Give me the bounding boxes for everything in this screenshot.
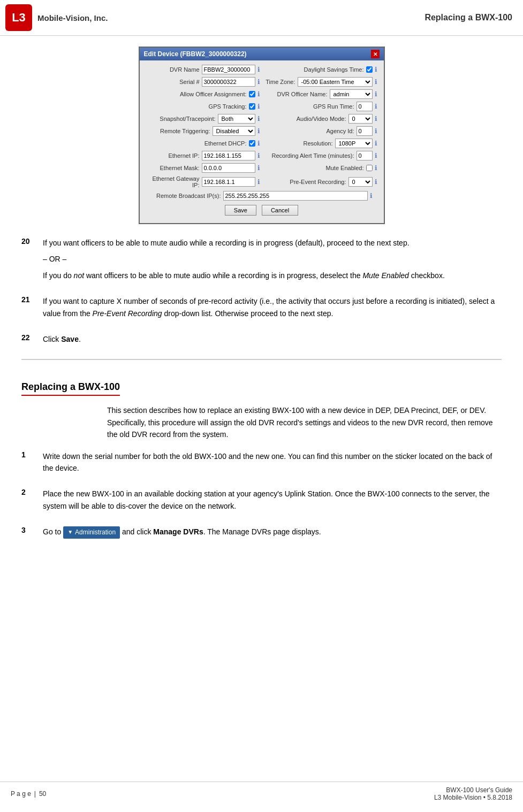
company-name: Mobile-Vision, Inc. — [37, 13, 108, 22]
dialog-title: Edit Device (FBBW2_3000000322) — [144, 50, 247, 58]
recording-alert-info-icon: ℹ — [375, 152, 377, 159]
mute-enabled-italic: Mute Enabled — [362, 271, 408, 280]
resolution-select[interactable]: 1080P — [335, 139, 373, 148]
step-22-content: Click Save. — [43, 333, 502, 345]
version-info: L3 Mobile-Vision • 5.8.2018 — [434, 794, 512, 801]
not-italic: not — [74, 271, 84, 280]
allow-officer-info-icon: ℹ — [257, 90, 260, 98]
remote-triggering-label: Remote Triggering: — [160, 128, 210, 134]
gps-tracking-info-icon: ℹ — [257, 103, 260, 110]
footer-right: BWX-100 User's Guide L3 Mobile-Vision • … — [434, 786, 512, 801]
cancel-button[interactable]: Cancel — [262, 205, 298, 216]
admin-arrow-icon: ▼ — [67, 528, 73, 537]
mute-enabled-info-icon: ℹ — [375, 164, 377, 172]
replacing-step-3-content: Go to ▼ Administration and click Manage … — [43, 526, 502, 539]
snapshot-row: Snapshot/Tracepoint: Both ℹ Audio/Video … — [146, 114, 377, 124]
replacing-step-2-block: 2 Place the new BWX-100 in an available … — [21, 488, 502, 516]
allow-officer-checkbox[interactable] — [249, 91, 255, 97]
snapshot-select[interactable]: Both — [218, 114, 255, 124]
timezone-info-icon: ℹ — [375, 78, 377, 86]
step-20-num: 20 — [21, 237, 37, 286]
footer-left: P a g e | 50 — [11, 786, 46, 801]
dvr-name-row: DVR Name ℹ Daylight Savings Time: ℹ — [146, 65, 377, 74]
pre-event-info-icon: ℹ — [375, 178, 377, 186]
time-zone-select[interactable]: -05:00 Eastern Time — [298, 77, 373, 87]
step-21-block: 21 If you want to capture X number of se… — [21, 295, 502, 324]
remote-broadcast-info-icon: ℹ — [370, 192, 373, 200]
ethernet-ip-label: Ethernet IP: — [168, 152, 199, 159]
save-button[interactable]: Save — [225, 205, 256, 216]
page-title: Replacing a BWX-100 — [425, 13, 512, 22]
step-21-num: 21 — [21, 295, 37, 324]
dialog-container: Edit Device (FBBW2_3000000322) ✕ DVR Nam… — [21, 47, 502, 224]
logo-text: L3 — [12, 11, 26, 25]
gps-run-info-icon: ℹ — [375, 103, 377, 110]
step-22-text: Click Save. — [43, 333, 502, 349]
step-22-num: 22 — [21, 333, 37, 349]
page-footer: P a g e | 50 BWX-100 User's Guide L3 Mob… — [0, 782, 523, 801]
replacing-step-1-content: Write down the serial number for both th… — [43, 450, 502, 474]
company-logo: L3 — [5, 4, 32, 31]
time-zone-label: Time Zone: — [266, 79, 295, 85]
ethernet-gateway-input[interactable] — [202, 177, 255, 187]
agency-id-label: Agency Id: — [327, 128, 354, 134]
dialog-buttons: Save Cancel — [146, 205, 377, 216]
serial-row: Serial # ℹ Time Zone: -05:00 Eastern Tim… — [146, 77, 377, 87]
pre-event-select[interactable]: 0 — [348, 177, 373, 187]
main-content: Edit Device (FBBW2_3000000322) ✕ DVR Nam… — [0, 36, 523, 563]
ethernet-ip-input[interactable] — [202, 151, 255, 160]
ethernet-dhcp-checkbox[interactable] — [249, 140, 255, 147]
section-divider — [21, 359, 502, 360]
logo-area: L3 Mobile-Vision, Inc. — [5, 4, 108, 31]
allow-officer-label: Allow Officer Assignment: — [180, 91, 247, 97]
step-20-or: – OR – — [43, 253, 502, 265]
replacing-step-2-text: Place the new BWX-100 in an available do… — [43, 488, 502, 516]
administration-label: Administration — [75, 527, 116, 538]
serial-info-icon: ℹ — [257, 78, 260, 86]
serial-input[interactable] — [202, 77, 255, 87]
snapshot-label: Snapshot/Tracepoint: — [160, 116, 215, 122]
mute-enabled-checkbox[interactable] — [366, 165, 373, 171]
dvr-officer-select[interactable]: admin — [330, 89, 373, 99]
ethernet-mask-row: Ethernet Mask: ℹ Mute Enabled: ℹ — [146, 163, 377, 173]
ethernet-gateway-info-icon: ℹ — [257, 178, 260, 186]
recording-alert-input[interactable] — [357, 151, 373, 160]
replacing-step-3-block: 3 Go to ▼ Administration and click Manag… — [21, 526, 502, 543]
audio-video-label: Audio/Video Mode: — [297, 116, 346, 122]
ethernet-mask-info-icon: ℹ — [257, 164, 260, 172]
pre-event-italic: Pre-Event Recording — [93, 309, 162, 318]
allow-officer-row: Allow Officer Assignment: ℹ DVR Officer … — [146, 89, 377, 99]
daylight-info-icon: ℹ — [375, 66, 377, 73]
dvr-name-input[interactable] — [202, 65, 255, 74]
agency-id-info-icon: ℹ — [375, 127, 377, 135]
replacing-step-2-num: 2 — [21, 488, 37, 516]
edit-device-dialog: Edit Device (FBBW2_3000000322) ✕ DVR Nam… — [139, 47, 385, 224]
agency-id-input[interactable] — [357, 126, 373, 136]
remote-broadcast-label: Remote Broadcast IP(s): — [146, 193, 221, 199]
remote-triggering-select[interactable]: Disabled — [213, 126, 255, 136]
gps-tracking-label: GPS Tracking: — [209, 103, 247, 110]
audio-video-select[interactable]: 0 — [348, 114, 373, 124]
replacing-step-1-text: Write down the serial number for both th… — [43, 450, 502, 479]
ethernet-mask-label: Ethernet Mask: — [160, 165, 200, 171]
step-21-text: If you want to capture X number of secon… — [43, 295, 502, 324]
remote-broadcast-input[interactable] — [223, 191, 368, 201]
ethernet-gateway-row: Ethernet Gateway IP: ℹ Pre-Event Recordi… — [146, 175, 377, 188]
dialog-close-button[interactable]: ✕ — [371, 50, 380, 58]
gps-run-time-input[interactable] — [357, 102, 373, 111]
ethernet-mask-input[interactable] — [202, 163, 255, 173]
step-20-block: 20 If you want officers to be able to mu… — [21, 237, 502, 286]
administration-button[interactable]: ▼ Administration — [63, 526, 120, 539]
guide-title: BWX-100 User's Guide — [434, 786, 512, 794]
page-number: 50 — [39, 790, 46, 798]
ethernet-dhcp-row: Ethernet DHCP: ℹ Resolution: 1080P ℹ — [146, 139, 377, 148]
pre-event-label: Pre-Event Recording: — [290, 179, 346, 185]
dvr-name-info-icon: ℹ — [257, 66, 260, 73]
dvr-officer-info-icon: ℹ — [375, 90, 377, 98]
dvr-name-label: DVR Name — [170, 66, 200, 73]
ethernet-gateway-label: Ethernet Gateway IP: — [146, 175, 200, 188]
daylight-savings-checkbox[interactable] — [366, 66, 373, 73]
gps-tracking-checkbox[interactable] — [249, 103, 255, 110]
dialog-titlebar: Edit Device (FBBW2_3000000322) ✕ — [140, 48, 384, 60]
snapshot-info-icon: ℹ — [257, 115, 260, 122]
